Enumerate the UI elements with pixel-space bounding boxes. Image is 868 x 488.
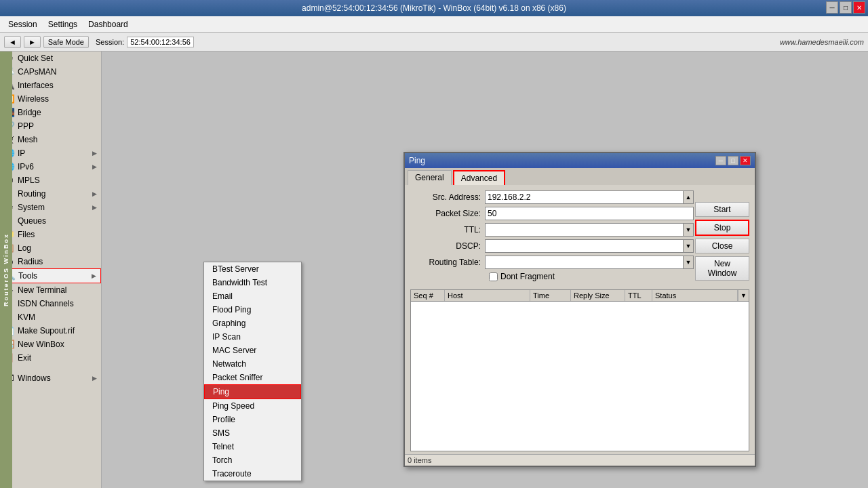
results-footer: 0 items <box>405 454 755 466</box>
website-label: www.hamedesmaeili.com <box>780 38 864 46</box>
sidebar-label-make-supout: Make Supout.rif <box>18 326 75 336</box>
back-button[interactable]: ◄ <box>4 36 21 48</box>
sidebar-item-new-terminal[interactable]: ▶ New Terminal <box>0 283 101 297</box>
sidebar-item-isdn[interactable]: ISDN Channels <box>0 297 101 310</box>
sidebar-label-queues: Queues <box>18 216 46 226</box>
ping-form: Src. Address: ▲ Packet Size: TTL: <box>405 185 755 289</box>
submenu-ip-scan[interactable]: IP Scan <box>204 330 301 344</box>
submenu-telnet[interactable]: Telnet <box>204 440 301 453</box>
submenu-flood-ping[interactable]: Flood Ping <box>204 303 301 317</box>
forward-button[interactable]: ► <box>24 36 41 48</box>
window-title: admin@52:54:00:12:34:56 (MikroTik) - Win… <box>302 3 566 13</box>
sidebar-item-ipv6[interactable]: 🌐 IPv6 ▶ <box>0 160 101 174</box>
sidebar-item-exit[interactable]: 🚪 Exit <box>0 351 101 365</box>
main-layout: ⚙ Quick Set 📡 CAPsMAN 🔌 Interfaces 📶 Wir… <box>0 52 868 488</box>
sidebar-label-isdn: ISDN Channels <box>18 299 74 308</box>
sidebar-label-bridge: Bridge <box>18 108 41 117</box>
dscp-input[interactable] <box>485 239 683 253</box>
forward-icon: ► <box>28 38 36 46</box>
sidebar-item-quickset[interactable]: ⚙ Quick Set <box>0 52 101 65</box>
stop-button[interactable]: Stop <box>695 220 749 236</box>
submenu-netwatch[interactable]: Netwatch <box>204 357 301 371</box>
routeros-strip: RouterOS WinBox <box>0 52 12 488</box>
submenu-ping[interactable]: Ping <box>204 384 301 399</box>
close-ping-button[interactable]: Close <box>695 239 749 253</box>
sidebar-item-mesh[interactable]: 🕸 Mesh <box>0 133 101 146</box>
sidebar-item-radius[interactable]: ◎ Radius <box>0 255 101 268</box>
submenu-mac-server[interactable]: MAC Server <box>204 344 301 357</box>
close-button[interactable]: ✕ <box>853 1 865 14</box>
ttl-dropdown-arrow[interactable]: ▼ <box>683 223 694 237</box>
sidebar-item-mpls[interactable]: ⬡ MPLS <box>0 174 101 187</box>
safe-mode-button[interactable]: Safe Mode <box>43 36 89 48</box>
dont-fragment-row: Dont Fragment <box>410 272 694 281</box>
submenu-email[interactable]: Email <box>204 289 301 303</box>
submenu-torch[interactable]: Torch <box>204 453 301 467</box>
col-reply-size: Reply Size <box>571 290 625 301</box>
sidebar-item-system[interactable]: ⚙ System ▶ <box>0 201 101 214</box>
sidebar-item-bridge[interactable]: 🌉 Bridge <box>0 106 101 119</box>
ping-minimize-button[interactable]: ─ <box>715 156 726 165</box>
sidebar-item-ppp[interactable]: 🔗 PPP <box>0 119 101 133</box>
maximize-button[interactable]: □ <box>840 1 852 14</box>
ip-arrow: ▶ <box>92 150 97 157</box>
safe-mode-label: Safe Mode <box>48 38 84 46</box>
src-address-up-arrow[interactable]: ▲ <box>683 190 694 204</box>
submenu-graphing[interactable]: Graphing <box>204 317 301 330</box>
menu-session[interactable]: Session <box>3 18 43 30</box>
menu-settings[interactable]: Settings <box>43 18 83 30</box>
menu-bar: Session Settings Dashboard <box>0 16 868 33</box>
sidebar-label-mesh: Mesh <box>18 135 37 144</box>
sidebar-item-windows[interactable]: 🗔 Windows ▶ <box>0 371 101 385</box>
sidebar-item-files[interactable]: 📁 Files <box>0 228 101 241</box>
ping-close-button[interactable]: ✕ <box>740 156 751 165</box>
sidebar-item-ip[interactable]: 🌐 IP ▶ <box>0 146 101 160</box>
submenu-traceroute[interactable]: Traceroute <box>204 467 301 481</box>
src-address-input[interactable] <box>485 190 683 204</box>
sidebar-item-queues[interactable]: ≡ Queues <box>0 214 101 228</box>
sidebar: ⚙ Quick Set 📡 CAPsMAN 🔌 Interfaces 📶 Wir… <box>0 52 102 488</box>
minimize-button[interactable]: ─ <box>826 1 838 14</box>
menu-dashboard[interactable]: Dashboard <box>83 18 134 30</box>
sidebar-item-routing[interactable]: ↔ Routing ▶ <box>0 187 101 201</box>
routing-table-label: Routing Table: <box>410 258 485 267</box>
dscp-select-wrap: ▼ <box>485 239 694 253</box>
dont-fragment-checkbox[interactable] <box>489 272 498 281</box>
sidebar-item-capsman[interactable]: 📡 CAPsMAN <box>0 65 101 79</box>
sidebar-item-tools[interactable]: 🔧 Tools ▶ <box>0 268 101 283</box>
submenu-profile[interactable]: Profile <box>204 413 301 426</box>
new-window-button[interactable]: New Window <box>695 256 749 281</box>
ttl-select-wrap: ▼ <box>485 223 694 237</box>
tab-advanced[interactable]: Advanced <box>453 170 505 185</box>
sidebar-label-ppp: PPP <box>18 121 34 131</box>
packet-size-input[interactable] <box>485 207 694 220</box>
sidebar-item-log[interactable]: 📋 Log <box>0 241 101 255</box>
results-scroll-arrow[interactable]: ▼ <box>738 290 749 301</box>
sidebar-item-make-supout[interactable]: 📄 Make Supout.rif <box>0 324 101 338</box>
submenu-ping-speed[interactable]: Ping Speed <box>204 399 301 413</box>
routing-table-row: Routing Table: ▼ <box>410 256 694 269</box>
sidebar-item-new-winbox[interactable]: 🪟 New WinBox <box>0 338 101 351</box>
sidebar-item-kvm[interactable]: 🖥 KVM <box>0 310 101 324</box>
col-seq: Seq # <box>411 290 445 301</box>
submenu-sms[interactable]: SMS <box>204 426 301 440</box>
routing-table-input[interactable] <box>485 256 683 269</box>
sidebar-label-interfaces: Interfaces <box>18 81 54 90</box>
system-arrow: ▶ <box>92 204 97 211</box>
dscp-row: DSCP: ▼ <box>410 239 694 253</box>
tab-general[interactable]: General <box>408 170 452 185</box>
results-header: Seq # Host Time Reply Size TTL Status ▼ <box>411 290 749 302</box>
submenu-packet-sniffer[interactable]: Packet Sniffer <box>204 371 301 384</box>
start-button[interactable]: Start <box>695 202 749 217</box>
ttl-input[interactable] <box>485 223 683 237</box>
sidebar-item-wireless[interactable]: 📶 Wireless <box>0 92 101 106</box>
sidebar-label-radius: Radius <box>18 257 43 266</box>
dont-fragment-label: Dont Fragment <box>500 272 555 281</box>
routing-table-dropdown[interactable]: ▼ <box>683 256 694 269</box>
ping-maximize-button[interactable]: □ <box>728 156 738 165</box>
dscp-dropdown-arrow[interactable]: ▼ <box>683 239 694 253</box>
submenu-btest-server[interactable]: BTest Server <box>204 262 301 276</box>
submenu-bandwidth-test[interactable]: Bandwidth Test <box>204 276 301 289</box>
sidebar-item-interfaces[interactable]: 🔌 Interfaces <box>0 79 101 92</box>
ipv6-arrow: ▶ <box>92 163 97 170</box>
